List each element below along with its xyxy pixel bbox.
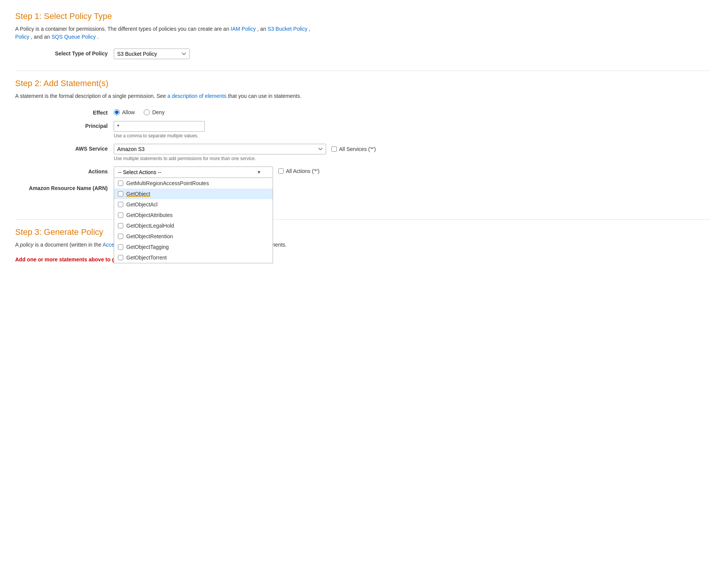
action-checkbox-getobjectacl[interactable]: [118, 202, 123, 207]
actions-row: Actions -- Select Actions -- ▼ GetMultiR…: [15, 167, 710, 178]
action-label-getobjecttorrent: GetObjectTorrent: [126, 255, 167, 261]
actions-select-button[interactable]: -- Select Actions -- ▼: [114, 167, 273, 178]
all-services-label[interactable]: All Services ('*'): [331, 146, 376, 152]
aws-service-row: AWS Service Amazon S3 Amazon EC2 Amazon …: [15, 144, 710, 161]
principal-control: Use a comma to separate multiple values.: [114, 121, 205, 138]
actions-select-text: -- Select Actions --: [118, 169, 161, 175]
action-checkbox-getobjectlegalhold[interactable]: [118, 223, 123, 228]
actions-dropdown: GetMultiRegionAccessPointRoutes GetObjec…: [114, 178, 273, 263]
action-item-getobjectacl[interactable]: GetObjectAcl: [114, 199, 273, 210]
sqs-queue-policy-link[interactable]: SQS Queue Policy: [52, 34, 96, 40]
divider-1: [15, 71, 710, 71]
deny-radio[interactable]: [144, 109, 150, 115]
elements-link[interactable]: a description of elements: [168, 93, 227, 99]
all-services-checkbox[interactable]: [331, 146, 337, 152]
action-item-getobjecttorrent[interactable]: GetObjectTorrent: [114, 252, 273, 263]
action-label-getobjectretention: GetObjectRetention: [126, 233, 173, 239]
action-checkbox-getobjectretention[interactable]: [118, 234, 123, 239]
principal-input[interactable]: [114, 121, 205, 132]
allow-radio[interactable]: [114, 109, 120, 115]
step1-desc-mid2: ,: [309, 26, 311, 32]
action-checkbox-getobjectattributes[interactable]: [118, 212, 123, 218]
all-actions-checkbox[interactable]: [278, 168, 284, 174]
principal-hint: Use a comma to separate multiple values.: [114, 133, 205, 138]
action-label-getobjectattributes: GetObjectAttributes: [126, 212, 173, 218]
allow-label: Allow: [122, 109, 135, 115]
policy-type-select[interactable]: S3 Bucket Policy IAM Policy S3 Access Co…: [114, 49, 190, 59]
step1-desc-end: , and an: [31, 34, 50, 40]
step2-description: A statement is the formal description of…: [15, 92, 710, 100]
step1-desc-text: A Policy is a container for permissions.…: [15, 26, 229, 32]
step1-desc-final: .: [97, 34, 99, 40]
step2-desc-end: that you can use in statements.: [228, 93, 301, 99]
step1-desc-mid: , an: [257, 26, 266, 32]
effect-control: Allow Deny: [114, 108, 165, 115]
policy-type-row: Select Type of Policy S3 Bucket Policy I…: [15, 49, 710, 59]
s3-bucket-policy-link[interactable]: S3 Bucket Policy: [268, 26, 308, 32]
step3-desc-mid: is a document (written in the: [35, 242, 101, 248]
action-label-getmultiregion: GetMultiRegionAccessPointRoutes: [126, 180, 209, 186]
actions-wrap: -- Select Actions -- ▼ GetMultiRegionAcc…: [114, 167, 320, 178]
action-item-getobjectattributes[interactable]: GetObjectAttributes: [114, 210, 273, 220]
step1-description: A Policy is a container for permissions.…: [15, 25, 710, 41]
all-actions-label[interactable]: All Actions ('*'): [278, 167, 320, 174]
action-label-getobjecttagging: GetObjectTagging: [126, 244, 169, 250]
effect-row: Effect Allow Deny: [15, 108, 710, 116]
action-item-getobjectretention[interactable]: GetObjectRetention: [114, 231, 273, 242]
allow-radio-label[interactable]: Allow: [114, 109, 135, 115]
deny-radio-label[interactable]: Deny: [144, 109, 165, 115]
iam-policy-link[interactable]: IAM Policy: [231, 26, 256, 32]
deny-label: Deny: [152, 109, 165, 115]
action-item-getmultiregion[interactable]: GetMultiRegionAccessPointRoutes: [114, 178, 273, 189]
sns-policy-link[interactable]: Policy: [15, 34, 29, 40]
step2-title: Step 2: Add Statement(s): [15, 79, 710, 88]
effect-radio-group: Allow Deny: [114, 108, 165, 115]
aws-service-control: Amazon S3 Amazon EC2 Amazon DynamoDB Ama…: [114, 144, 376, 161]
step3-desc-start: A: [15, 242, 19, 248]
action-label-getobjectlegalhold: GetObjectLegalHold: [126, 223, 174, 229]
actions-label: Actions: [15, 167, 114, 175]
step1-title: Step 1: Select Policy Type: [15, 11, 710, 21]
aws-service-hint: Use multiple statements to add permissio…: [114, 156, 376, 161]
effect-label: Effect: [15, 108, 114, 116]
policy-type-label: Select Type of Policy: [15, 49, 114, 57]
step3-policy-italic: policy: [20, 242, 33, 248]
action-checkbox-getobject[interactable]: [118, 191, 123, 197]
step1-section: Step 1: Select Policy Type A Policy is a…: [15, 11, 710, 59]
step2-section: Step 2: Add Statement(s) A statement is …: [15, 79, 710, 208]
aws-service-label: AWS Service: [15, 144, 114, 152]
action-label-getobjectacl: GetObjectAcl: [126, 201, 157, 208]
principal-label: Principal: [15, 121, 114, 129]
actions-dropdown-container: -- Select Actions -- ▼ GetMultiRegionAcc…: [114, 167, 273, 178]
principal-row: Principal Use a comma to separate multip…: [15, 121, 710, 138]
all-services-text: All Services ('*'): [339, 146, 376, 152]
policy-type-control: S3 Bucket Policy IAM Policy S3 Access Co…: [114, 49, 190, 59]
actions-arrow-icon: ▼: [257, 170, 261, 175]
action-checkbox-getobjecttagging[interactable]: [118, 244, 123, 250]
action-item-getobjecttagging[interactable]: GetObjectTagging: [114, 242, 273, 252]
arn-label: Amazon Resource Name (ARN): [15, 183, 114, 191]
action-checkbox-getmultiregion[interactable]: [118, 181, 123, 186]
actions-control: -- Select Actions -- ▼ GetMultiRegionAcc…: [114, 167, 320, 178]
all-actions-text: All Actions ('*'): [286, 168, 320, 174]
action-item-getobjectlegalhold[interactable]: GetObjectLegalHold: [114, 220, 273, 231]
action-checkbox-getobjecttorrent[interactable]: [118, 255, 123, 260]
aws-service-select[interactable]: Amazon S3 Amazon EC2 Amazon DynamoDB Ama…: [114, 144, 326, 154]
aws-service-wrap: Amazon S3 Amazon EC2 Amazon DynamoDB Ama…: [114, 144, 376, 154]
action-item-getobject[interactable]: GetObject: [114, 189, 273, 199]
action-label-getobject: GetObject: [126, 191, 150, 197]
step2-desc-start: A statement is the formal description of…: [15, 93, 166, 99]
